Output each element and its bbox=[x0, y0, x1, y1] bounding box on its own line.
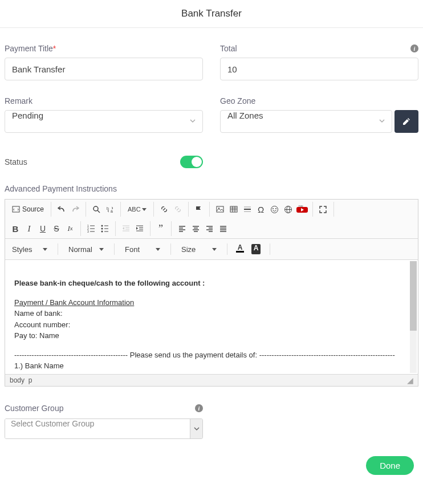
find-button[interactable] bbox=[90, 202, 103, 216]
specialchar-button[interactable]: Ω bbox=[254, 202, 268, 216]
svg-text:3: 3 bbox=[87, 230, 89, 233]
svg-point-17 bbox=[275, 208, 276, 209]
link-icon bbox=[160, 205, 169, 214]
svg-text:a: a bbox=[111, 209, 113, 213]
format-dropdown[interactable]: Normal bbox=[65, 242, 107, 256]
form-content: Payment Title* Total i Remark Pending Ge… bbox=[0, 44, 423, 492]
youtube-button[interactable]: You bbox=[295, 202, 309, 216]
editor-toolbar-2: Styles Normal Font Size A A bbox=[5, 239, 418, 260]
table-icon bbox=[229, 205, 238, 214]
anchor-button[interactable] bbox=[192, 202, 206, 216]
image-button[interactable] bbox=[213, 202, 227, 216]
redo-button[interactable] bbox=[68, 202, 82, 216]
italic-button[interactable]: I bbox=[22, 222, 36, 235]
replace-icon: ba bbox=[106, 205, 115, 214]
editor-line: Name of bank: bbox=[14, 309, 63, 318]
flag-icon bbox=[194, 205, 203, 214]
outdent-button[interactable] bbox=[119, 222, 133, 235]
smiley-icon bbox=[270, 205, 279, 214]
svg-rect-5 bbox=[217, 206, 223, 212]
outdent-icon bbox=[121, 224, 131, 233]
done-button[interactable]: Done bbox=[366, 456, 414, 475]
customer-group-select[interactable]: Select Customer Group bbox=[5, 419, 190, 438]
payment-title-input[interactable] bbox=[5, 58, 203, 80]
chevron-down-icon bbox=[194, 426, 200, 432]
styles-dropdown[interactable]: Styles bbox=[9, 242, 51, 256]
geo-zone-select[interactable]: All Zones bbox=[220, 110, 392, 133]
table-button[interactable] bbox=[227, 202, 241, 216]
source-button[interactable]: Source bbox=[9, 202, 47, 216]
info-icon[interactable]: i bbox=[195, 404, 203, 412]
edit-icon bbox=[402, 117, 411, 126]
align-center-button[interactable] bbox=[189, 222, 202, 235]
indent-icon bbox=[135, 224, 144, 233]
unlink-button[interactable] bbox=[171, 202, 185, 216]
redo-icon bbox=[71, 205, 80, 214]
font-dropdown[interactable]: Font bbox=[121, 242, 164, 256]
path-body[interactable]: body bbox=[10, 376, 25, 384]
ol-icon: 123 bbox=[87, 224, 96, 233]
underline-button[interactable]: U bbox=[36, 222, 50, 235]
editor-line: Pay to: Name bbox=[14, 331, 59, 340]
svg-point-29 bbox=[101, 225, 103, 227]
editor-line: Payment / Bank Account Information bbox=[14, 298, 134, 307]
indent-button[interactable] bbox=[133, 222, 147, 235]
svg-point-1 bbox=[93, 206, 98, 211]
maximize-icon bbox=[319, 205, 327, 214]
geo-zone-edit-button[interactable] bbox=[394, 110, 418, 133]
svg-point-16 bbox=[272, 208, 274, 209]
align-left-icon bbox=[178, 225, 186, 233]
align-center-icon bbox=[192, 225, 200, 233]
replace-button[interactable]: ba bbox=[103, 202, 117, 216]
resize-grip-icon[interactable]: ◢ bbox=[407, 377, 413, 383]
editor-content-area[interactable]: Please bank-in cheque/cash to the follow… bbox=[5, 260, 418, 374]
remark-label: Remark bbox=[5, 96, 203, 105]
hr-button[interactable] bbox=[241, 202, 254, 216]
total-label: Total i bbox=[220, 44, 418, 53]
unlink-icon bbox=[173, 205, 182, 214]
align-justify-button[interactable] bbox=[216, 222, 230, 235]
instructions-label: Advanced Payment Instructions bbox=[5, 184, 418, 193]
size-dropdown[interactable]: Size bbox=[178, 242, 220, 256]
svg-point-30 bbox=[101, 228, 103, 230]
bold-button[interactable]: B bbox=[9, 222, 22, 235]
bg-color-button[interactable]: A bbox=[250, 243, 263, 255]
emoji-button[interactable] bbox=[268, 202, 282, 216]
info-icon[interactable]: i bbox=[410, 44, 418, 52]
svg-rect-7 bbox=[230, 206, 237, 212]
page-title: Bank Transfer bbox=[0, 0, 423, 28]
blockquote-button[interactable]: ” bbox=[154, 222, 168, 235]
undo-icon bbox=[57, 205, 66, 214]
status-toggle[interactable] bbox=[180, 156, 203, 168]
bullet-list-button[interactable] bbox=[98, 222, 112, 235]
svg-point-31 bbox=[101, 231, 103, 233]
editor-line: ----------------------------------------… bbox=[14, 351, 395, 359]
ul-icon bbox=[100, 224, 109, 233]
customer-group-handle[interactable] bbox=[190, 419, 202, 438]
text-color-button[interactable]: A bbox=[234, 243, 247, 255]
strike-button[interactable]: S bbox=[50, 222, 63, 235]
link-button[interactable] bbox=[157, 202, 171, 216]
editor-scrollbar[interactable] bbox=[410, 261, 417, 373]
editor-path-bar: body p ◢ bbox=[5, 374, 418, 386]
path-p[interactable]: p bbox=[29, 376, 32, 384]
spellcheck-button[interactable]: ABC bbox=[124, 202, 150, 216]
total-input[interactable] bbox=[220, 58, 418, 80]
search-icon bbox=[92, 205, 101, 214]
iframe-button[interactable] bbox=[282, 202, 295, 216]
remove-format-button[interactable]: Ix bbox=[63, 222, 77, 235]
undo-button[interactable] bbox=[55, 202, 68, 216]
align-justify-icon bbox=[219, 225, 227, 233]
source-icon bbox=[12, 205, 20, 213]
align-right-icon bbox=[205, 225, 214, 233]
numbered-list-button[interactable]: 123 bbox=[84, 222, 98, 235]
geo-zone-label: Geo Zone bbox=[220, 96, 418, 105]
remark-select[interactable]: Pending bbox=[5, 110, 203, 133]
editor-line: 2.) Banking Date bbox=[14, 373, 70, 375]
maximize-button[interactable] bbox=[316, 202, 330, 216]
status-label: Status bbox=[5, 157, 27, 166]
align-left-button[interactable] bbox=[175, 222, 189, 235]
align-right-button[interactable] bbox=[202, 222, 216, 235]
hr-icon bbox=[243, 205, 252, 214]
svg-text:You: You bbox=[298, 205, 303, 208]
